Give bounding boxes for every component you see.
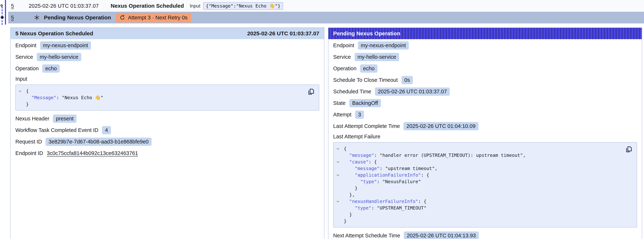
event-input-label: Input [190, 3, 200, 9]
json-key: "cause" [349, 159, 368, 164]
field-label: Workflow Task Completed Event ID [16, 127, 98, 133]
json-text: : { [418, 199, 426, 204]
pending-panel-title: Pending Nexus Operation [333, 30, 400, 36]
json-line: { [336, 146, 618, 152]
json-key: "message" [349, 152, 374, 158]
json-line-text: "message": "handler error (UPSTREAM_TIME… [344, 152, 526, 159]
field-value-link[interactable]: 3c0c75ccfa8144b092c13ce632463761 [47, 150, 138, 156]
field-value-badge: 2025-02-26 UTC 01:04:13.93 [404, 232, 479, 239]
json-text: }, [349, 192, 355, 198]
detail-field-nexus-header: Nexus Headerpresent [16, 114, 319, 123]
chevron-down-icon[interactable] [18, 89, 26, 93]
field-label: Request ID [16, 139, 42, 145]
copy-icon[interactable] [307, 88, 315, 96]
timeline-gutter [0, 0, 8, 29]
chevron-down-icon[interactable] [336, 173, 344, 177]
json-line: } [336, 185, 618, 192]
json-line-text: } [344, 218, 346, 224]
detail-field-endpoint: Endpointmy-nexus-endpoint [16, 41, 319, 50]
field-label: Service [333, 54, 351, 60]
field-value-badge: echo [360, 64, 378, 73]
detail-field-operation: Operationecho [333, 64, 637, 73]
event-rows: 5 2025-02-26 UTC 01:03:37.07 Nexus Opera… [8, 0, 644, 24]
json-line: { [18, 88, 300, 94]
field-value-badge: 4 [102, 126, 111, 134]
detail-field-state: StateBackingOff [333, 99, 637, 107]
active-event-indicator-bar [5, 0, 6, 24]
input-json-label: Input [16, 76, 319, 82]
json-text: : "handler error (UPSTREAM_TIMEOUT): ups… [374, 152, 526, 158]
json-line-text: "nexusHandlerFailureInfo": { [344, 198, 426, 205]
json-line-text: }, [344, 192, 355, 198]
field-value-badge: my-hello-service [37, 53, 81, 61]
json-line: } [18, 101, 300, 108]
json-text: } [349, 212, 352, 217]
detail-field-scheduled-time: Scheduled Time2025-02-26 UTC 01:03:37.07 [333, 88, 637, 96]
detail-field-service: Servicemy-hello-service [333, 53, 637, 61]
field-value-badge: BackingOff [349, 99, 381, 107]
detail-field-operation: Operationecho [16, 64, 319, 73]
json-key: "type" [355, 205, 371, 211]
json-line-text: "type": "UPSTREAM_TIMEOUT" [344, 205, 426, 211]
json-line-text: { [344, 146, 346, 152]
json-line: "message": "handler error (UPSTREAM_TIME… [336, 152, 618, 159]
detail-field-request-id: Request ID3e829b7e-7d67-4b08-aad3-b1e868… [16, 138, 319, 146]
json-line: }, [336, 192, 618, 198]
field-label: State [333, 100, 346, 106]
detail-field-endpoint-id: Endpoint ID3c0c75ccfa8144b092c13ce632463… [16, 149, 319, 157]
json-text: : "Nexus Echo 👋" [56, 95, 104, 100]
field-label: Nexus Header [16, 116, 49, 122]
json-line: "Message": "Nexus Echo 👋" [18, 94, 300, 101]
json-text: } [344, 218, 346, 224]
json-text: : "NexusFailure" [377, 179, 421, 184]
json-line-text: "cause": { [344, 159, 377, 165]
pending-panel-body: Endpointmy-nexus-endpointServicemy-hello… [328, 39, 642, 239]
json-text: { [26, 88, 29, 94]
json-line: "cause": { [336, 159, 618, 165]
chevron-down-icon[interactable] [336, 200, 344, 203]
field-value-badge: my-hello-service [354, 53, 399, 61]
detail-field-service: Servicemy-hello-service [16, 53, 319, 61]
chevron-down-icon[interactable] [336, 160, 344, 164]
json-line: "type": "UPSTREAM_TIMEOUT" [336, 205, 618, 211]
json-line: "message": "upstream timeout", [336, 165, 618, 172]
pending-panel-header: Pending Nexus Operation [328, 28, 642, 39]
field-value-badge: 2025-02-26 UTC 01:04:10.09 [404, 122, 478, 130]
detail-field-endpoint: Endpointmy-nexus-endpoint [333, 41, 637, 50]
event-id-link[interactable]: 5 [11, 3, 20, 9]
input-json-viewer: {"Message": "Nexus Echo 👋"} [16, 84, 319, 110]
field-value-badge: 0s [402, 76, 413, 84]
json-line: } [336, 211, 618, 218]
event-history-screen: 5 2025-02-26 UTC 01:03:37.07 Nexus Opera… [0, 0, 644, 239]
event-row-pending-nexus-operation[interactable]: 5 Pending Nexus Operation Attempt 3 · Ne… [8, 12, 644, 24]
field-label: Scheduled Time [333, 88, 371, 94]
field-value-badge: my-nexus-endpoint [358, 41, 409, 50]
json-line-text: } [26, 101, 29, 108]
field-label: Operation [16, 66, 39, 72]
event-row-nexus-operation-scheduled[interactable]: 5 2025-02-26 UTC 01:03:37.07 Nexus Opera… [8, 0, 644, 12]
json-line-text: } [344, 185, 358, 192]
event-input-preview-chip: {"Message":"Nexus Echo 👋"} [203, 2, 283, 10]
detail-field-last-attempt-complete-time: Last Attempt Complete Time2025-02-26 UTC… [333, 122, 637, 130]
field-value-badge: present [53, 114, 76, 123]
failure-json-viewer: {"message": "handler error (UPSTREAM_TIM… [333, 142, 637, 228]
field-value-badge: echo [42, 64, 60, 73]
json-line-text: "Message": "Nexus Echo 👋" [26, 94, 104, 101]
json-text: { [344, 146, 346, 151]
pending-event-id-link[interactable]: 5 [11, 15, 20, 21]
json-text: : "upstream timeout", [380, 166, 438, 171]
field-label: Schedule To Close Timeout [333, 77, 398, 83]
field-label: Attempt [333, 112, 352, 118]
field-label: Service [16, 54, 33, 60]
scheduled-panel-title: 5 Nexus Operation Scheduled [16, 30, 93, 36]
timeline-dot-filled [1, 16, 4, 19]
copy-icon[interactable] [625, 146, 633, 153]
failure-json-label: Last Attempt Failure [333, 134, 637, 140]
scheduled-event-detail-panel: 5 Nexus Operation Scheduled 2025-02-26 U… [10, 28, 324, 239]
chevron-down-icon[interactable] [336, 147, 344, 150]
scheduled-panel-header: 5 Nexus Operation Scheduled 2025-02-26 U… [10, 28, 324, 39]
json-text: } [355, 186, 358, 191]
field-value-badge: 3 [355, 110, 364, 119]
detail-panels: 5 Nexus Operation Scheduled 2025-02-26 U… [10, 28, 642, 239]
json-line: } [336, 218, 618, 224]
